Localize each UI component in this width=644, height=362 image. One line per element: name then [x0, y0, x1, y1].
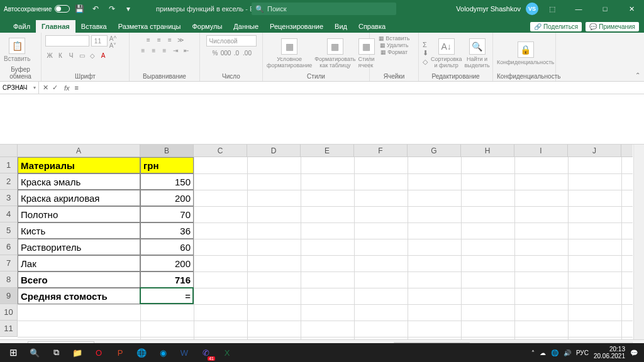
cell-A3[interactable]: Краска акриловая — [18, 190, 140, 206]
task-view-icon[interactable]: ⧉ — [45, 343, 67, 362]
onedrive-icon[interactable]: ☁ — [540, 349, 546, 356]
chrome-icon[interactable]: 🌐 — [131, 343, 152, 362]
tab-layout[interactable]: Разметка страницы — [113, 20, 187, 33]
row-header-1[interactable]: 1 — [0, 157, 17, 173]
sort-filter-button[interactable]: A↓Сортировка и фильтр — [431, 38, 462, 69]
col-header-F[interactable]: F — [354, 145, 408, 156]
align-row[interactable]: ≡≡≡≫ — [144, 35, 185, 44]
app-icon[interactable]: ◉ — [152, 343, 174, 362]
col-header-J[interactable]: J — [568, 145, 621, 156]
col-header-E[interactable]: E — [301, 145, 354, 156]
minimize-icon[interactable]: — — [566, 0, 591, 18]
col-header-G[interactable]: G — [408, 145, 461, 156]
format-table-button[interactable]: ▦Форматировать как таблицу — [314, 38, 355, 69]
col-header-C[interactable]: C — [194, 145, 247, 156]
row-header-3[interactable]: 3 — [0, 190, 17, 206]
col-header-I[interactable]: I — [514, 145, 568, 156]
row-header-2[interactable]: 2 — [0, 173, 17, 190]
cell-B1[interactable]: грн — [140, 157, 194, 173]
cell-A2[interactable]: Краска эмаль — [18, 173, 140, 190]
cell-B7[interactable]: 200 — [140, 255, 194, 272]
powerpoint-icon[interactable]: P — [109, 343, 131, 362]
tab-review[interactable]: Рецензирование — [264, 20, 329, 33]
excel-icon[interactable]: X — [216, 343, 238, 362]
collapse-ribbon-icon[interactable]: ⌃ — [631, 33, 644, 81]
cancel-formula-icon[interactable]: ✕ — [43, 84, 48, 92]
find-button[interactable]: 🔍Найти и выделить — [464, 38, 489, 69]
paste-button[interactable]: 📋Вставить — [4, 38, 30, 62]
cells-delete[interactable]: ▦ Удалить — [380, 42, 409, 48]
cells-format[interactable]: ▦ Формат — [380, 49, 408, 55]
select-all-corner[interactable] — [0, 145, 18, 157]
tab-home[interactable]: Главная — [36, 20, 75, 33]
network-icon[interactable]: 🌐 — [551, 349, 558, 356]
name-box[interactable]: СРЗНАЧ▾ — [0, 82, 39, 94]
font-style-row[interactable]: ЖКЧ▭◇A — [45, 51, 108, 60]
font-size[interactable]: 11 — [91, 35, 108, 47]
qat-dropdown-icon[interactable]: ▾ — [121, 2, 135, 16]
tray-expand-icon[interactable]: ˄ — [531, 349, 535, 356]
row-header-8[interactable]: 8 — [0, 272, 17, 288]
col-header-A[interactable]: A — [18, 145, 140, 156]
cell-B8[interactable]: 716 — [140, 272, 194, 288]
cell-A7[interactable]: Лак — [18, 255, 140, 272]
comments-button[interactable]: 💬 Примечания — [586, 22, 639, 31]
cell-B3[interactable]: 200 — [140, 190, 194, 206]
row-headers[interactable]: 1234567891011 — [0, 157, 18, 337]
tab-help[interactable]: Справка — [353, 20, 391, 33]
tab-formulas[interactable]: Формулы — [186, 20, 228, 33]
accept-formula-icon[interactable]: ✓ — [52, 84, 58, 92]
opera-icon[interactable]: O — [88, 343, 109, 362]
col-header-D[interactable]: D — [247, 145, 301, 156]
user-name[interactable]: Volodymyr Shashkov — [452, 5, 525, 13]
ribbon-options-icon[interactable]: ⬚ — [540, 0, 565, 18]
cell-A9[interactable]: Средняя стомость — [18, 288, 140, 304]
cell-B9[interactable]: = — [140, 288, 194, 304]
row-header-5[interactable]: 5 — [0, 222, 17, 239]
avatar[interactable]: VS — [526, 3, 538, 15]
explorer-icon[interactable]: 📁 — [67, 343, 88, 362]
column-headers[interactable]: ABCDEFGHIJ — [18, 145, 633, 157]
tab-view[interactable]: Вид — [329, 20, 353, 33]
word-icon[interactable]: W — [174, 343, 195, 362]
row-header-7[interactable]: 7 — [0, 255, 17, 272]
language[interactable]: РУС — [576, 349, 589, 356]
tab-data[interactable]: Данные — [228, 20, 264, 33]
task-search-icon[interactable]: 🔍 — [24, 343, 45, 362]
start-icon[interactable]: ⊞ — [3, 343, 24, 362]
grid[interactable]: МатериалыгрнКраска эмаль150Краска акрило… — [18, 157, 633, 339]
cell-B5[interactable]: 36 — [140, 222, 194, 239]
notifications-icon[interactable]: 💬 — [630, 349, 638, 356]
number-row[interactable]: %000.0.00 — [211, 48, 252, 57]
undo-icon[interactable]: ↶ — [89, 2, 103, 16]
tab-insert[interactable]: Вставка — [75, 20, 113, 33]
cells-insert[interactable]: ▦ Вставить — [379, 35, 410, 41]
cell-A1[interactable]: Материалы — [18, 157, 140, 173]
col-header-B[interactable]: B — [140, 145, 194, 156]
privacy-button[interactable]: 🔒Конфиденциальность — [497, 41, 554, 65]
cond-format-button[interactable]: ▦Условное форматирование — [267, 38, 312, 69]
autosave-toggle[interactable]: Автосохранение — [4, 5, 70, 13]
redo-icon[interactable]: ↷ — [105, 2, 119, 16]
cell-A8[interactable]: Всего — [18, 272, 140, 288]
font-combo[interactable] — [45, 35, 89, 47]
row-header-10[interactable]: 10 — [0, 304, 17, 321]
clock[interactable]: 20:1320.06.2021 — [594, 346, 625, 359]
row-header-4[interactable]: 4 — [0, 206, 17, 222]
tab-file[interactable]: Файл — [8, 20, 36, 33]
number-format[interactable]: Числовой — [206, 35, 257, 47]
volume-icon[interactable]: 🔊 — [564, 349, 571, 356]
cell-A4[interactable]: Полотно — [18, 206, 140, 222]
vertical-scrollbar[interactable] — [633, 145, 644, 339]
align-row2[interactable]: ≡≡≡⇥⇤ — [139, 46, 191, 55]
cell-B6[interactable]: 60 — [140, 239, 194, 255]
search-input[interactable]: 🔍 Поиск — [252, 3, 396, 15]
close-icon[interactable]: ✕ — [619, 0, 644, 18]
cell-B4[interactable]: 70 — [140, 206, 194, 222]
maximize-icon[interactable]: □ — [592, 0, 618, 18]
col-header-H[interactable]: H — [461, 145, 514, 156]
cell-A6[interactable]: Растворитель — [18, 239, 140, 255]
share-button[interactable]: 🔗 Поделиться — [530, 22, 582, 31]
row-header-6[interactable]: 6 — [0, 239, 17, 255]
save-icon[interactable]: 💾 — [72, 2, 86, 16]
